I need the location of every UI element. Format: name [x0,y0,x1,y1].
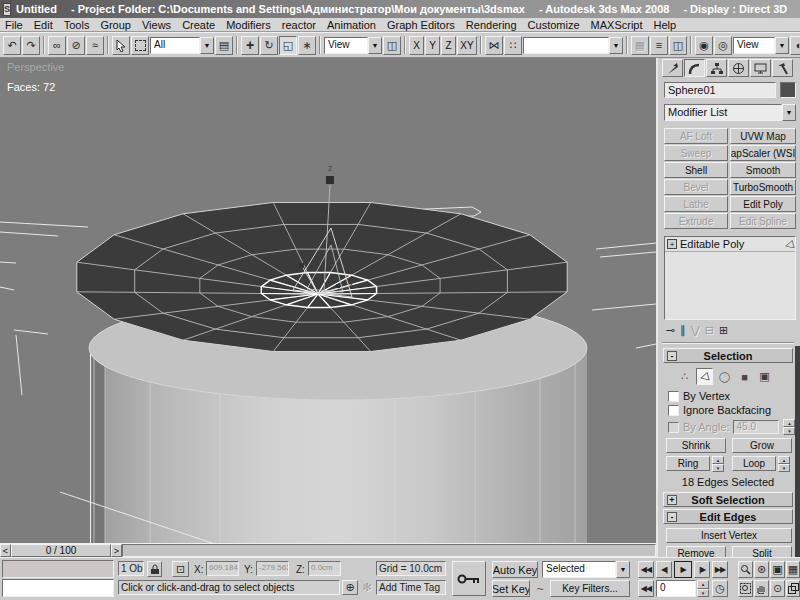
next-frame-button[interactable]: |▶ [694,561,710,578]
border-subobject-icon[interactable]: ◯ [716,368,733,385]
named-sets-edit-icon[interactable]: ▦ [631,36,649,55]
track-bar[interactable] [122,544,656,557]
rollout-selection[interactable]: - Selection [663,348,793,363]
absolute-mode-icon[interactable]: ⊡ [172,561,189,577]
modifier-stack-list[interactable]: + Editable Poly ◁ [664,236,796,320]
menu-modifiers[interactable]: Modifiers [226,19,271,31]
selection-filter-dropdown[interactable]: All ▼ [150,37,214,54]
previous-frame-arrow[interactable]: < [0,544,11,557]
modifier-button-edit-poly[interactable]: Edit Poly [730,196,796,212]
ring-button[interactable]: Ring [666,456,710,471]
tab-create[interactable] [662,59,683,77]
panel-scrollbar[interactable] [795,346,800,558]
restrict-x-button[interactable]: X [409,36,424,55]
stack-item-editable-poly[interactable]: + Editable Poly ◁ [665,237,795,252]
auto-key-button[interactable]: Auto Key [492,561,538,578]
menu-reactor[interactable]: reactor [282,19,316,31]
frame-spinner[interactable]: ▴▾ [697,580,709,597]
rollout-soft-selection[interactable]: + Soft Selection [663,492,793,507]
modifier-button-uvw-map[interactable]: UVW Map [730,128,796,144]
key-mode-toggle[interactable]: ◀◀ [638,580,654,597]
restrict-y-button[interactable]: Y [425,36,440,55]
perspective-viewport[interactable]: z y x Perspective Faces: 72 [0,58,656,543]
menu-file[interactable]: File [5,19,23,31]
collapse-minus-icon[interactable]: - [667,512,677,522]
undo-icon[interactable]: ↶ [3,36,21,55]
collapse-minus-icon[interactable]: - [667,351,677,361]
quick-render-activeshade-icon[interactable]: ◐ [790,36,800,55]
maxscript-mini-listener-top[interactable] [2,560,114,578]
zoom-all-icon[interactable]: ⊛ [754,561,769,578]
modifier-button-turbosmooth[interactable]: TurboSmooth [730,179,796,195]
modifier-button-smooth[interactable]: Smooth [730,162,796,178]
layer-manager-icon[interactable]: ≡ [650,36,668,55]
set-key-button[interactable]: Set Key [492,580,530,597]
menu-customize[interactable]: Customize [528,19,580,31]
use-pivot-center-icon[interactable]: ◫ [383,36,401,55]
tab-modify[interactable] [684,59,705,77]
editable-poly-disk[interactable] [77,202,567,351]
next-frame-arrow[interactable]: > [111,544,122,557]
unlink-icon[interactable]: ⊘ [67,36,85,55]
x-coord-field[interactable]: 609.184cm [206,561,239,576]
menu-views[interactable]: Views [142,19,171,31]
menu-edit[interactable]: Edit [34,19,53,31]
add-time-tag[interactable]: Add Time Tag [376,580,446,595]
menu-tools[interactable]: Tools [64,19,90,31]
grow-button[interactable]: Grow [732,438,792,453]
named-selection-sets-dropdown[interactable]: ▼ [523,37,623,54]
material-editor-icon[interactable]: ◉ [695,36,713,55]
element-subobject-icon[interactable]: ▣ [756,368,773,385]
selection-region-icon[interactable] [131,36,149,55]
redo-icon[interactable]: ↷ [22,36,40,55]
select-and-scale-icon[interactable]: ◱ [279,36,297,55]
loop-button[interactable]: Loop [732,456,776,471]
viewport-label[interactable]: Perspective [7,61,64,73]
zoom-extents-icon[interactable]: ▣ [770,561,785,578]
key-scope-dropdown[interactable]: Selected ▼ [542,561,630,578]
y-coord-field[interactable]: -279.562cm [256,561,289,576]
coordinate-system-dropdown[interactable]: View ▼ [324,37,382,54]
vertex-subobject-icon[interactable]: ∴ [676,368,693,385]
render-scene-icon[interactable]: ◎ [714,36,732,55]
menu-group[interactable]: Group [100,19,131,31]
modifier-button-shell[interactable]: Shell [664,162,728,178]
current-frame-field[interactable]: 0 [656,580,696,597]
go-to-start-button[interactable]: ◀◀ [638,561,654,578]
by-vertex-checkbox[interactable] [668,391,679,402]
menu-maxscript[interactable]: MAXScript [591,19,643,31]
mirror-icon[interactable]: ⋈ [485,36,503,55]
expand-plus-icon[interactable]: + [667,239,677,249]
rollout-edit-edges[interactable]: - Edit Edges [663,509,793,524]
modifier-list-dropdown[interactable]: Modifier List ▼ [664,104,796,121]
restrict-z-button[interactable]: Z [441,36,456,55]
menu-animation[interactable]: Animation [327,19,376,31]
key-filters-button[interactable]: Key Filters... [550,580,630,597]
show-end-result-icon[interactable]: ∥ [680,324,686,337]
time-configuration-icon[interactable]: ◷ [712,580,728,597]
menu-graph-editors[interactable]: Graph Editors [387,19,455,31]
select-and-rotate-icon[interactable]: ↻ [260,36,278,55]
shrink-button[interactable]: Shrink [666,438,726,453]
menu-create[interactable]: Create [182,19,215,31]
selection-lock-icon[interactable] [147,561,162,577]
arc-rotate-icon[interactable]: ⊙ [770,580,785,597]
tab-display[interactable] [750,59,771,77]
menu-help[interactable]: Help [654,19,677,31]
zoom-icon[interactable] [738,561,753,578]
crossing-selection-icon[interactable]: ⊕ [342,580,358,595]
object-name-field[interactable]: Sphere01 [664,82,776,98]
expand-plus-icon[interactable]: + [667,495,677,505]
modifier-button-mapscaler[interactable]: apScaler (WSI [730,145,796,161]
ring-spinner[interactable]: ▴▾ [712,456,724,471]
select-and-move-icon[interactable]: + [241,36,259,55]
ignore-backfacing-checkbox[interactable] [668,405,679,416]
z-coord-field[interactable]: 0.0cm [308,561,341,576]
set-keys-button[interactable] [452,561,486,596]
menu-rendering[interactable]: Rendering [466,19,517,31]
pin-stack-icon[interactable]: ⊸ [666,324,675,337]
region-zoom-icon[interactable] [738,580,753,597]
select-object-icon[interactable] [112,36,130,55]
tab-hierarchy[interactable] [706,59,727,77]
polygon-subobject-icon[interactable]: ■ [736,368,753,385]
